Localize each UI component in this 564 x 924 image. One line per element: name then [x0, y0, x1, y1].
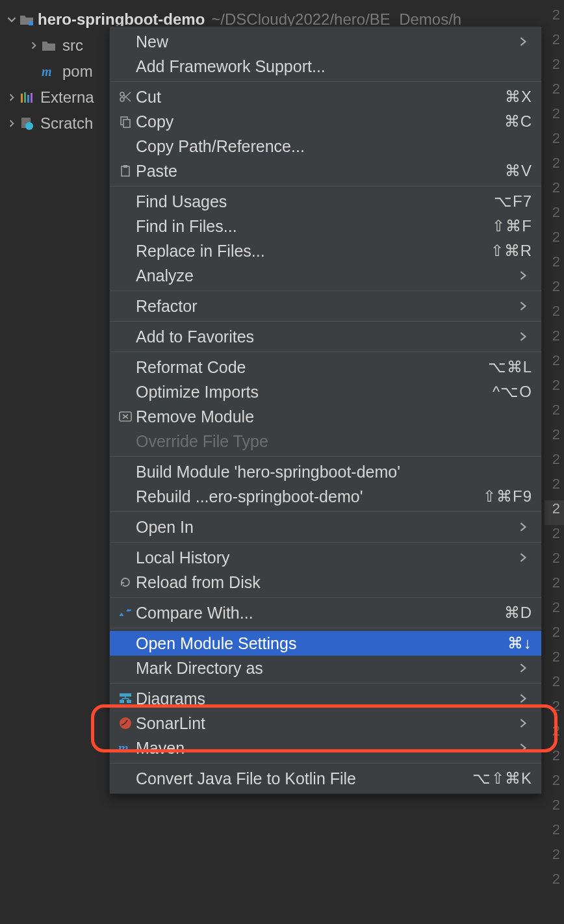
line-number: 2 — [545, 426, 564, 451]
menu-item-paste[interactable]: Paste⌘V — [110, 159, 541, 183]
line-number: 2 — [545, 179, 564, 204]
menu-separator — [110, 683, 541, 684]
menu-item-label: Add to Favorites — [136, 327, 519, 346]
sonar-icon — [115, 715, 136, 732]
menu-item-shortcut: ⌘C — [504, 112, 532, 131]
menu-item-cut[interactable]: Cut⌘X — [110, 84, 541, 109]
menu-item-sonarlint[interactable]: SonarLint — [110, 711, 541, 736]
menu-item-label: Replace in Files... — [136, 242, 491, 261]
menu-item-label: Maven — [136, 739, 519, 758]
line-number: 2 — [545, 797, 564, 821]
menu-item-shortcut: ^⌥O — [493, 383, 532, 401]
menu-item-copy[interactable]: Copy⌘C — [110, 109, 541, 134]
blank-icon — [115, 58, 136, 75]
menu-item-open-in[interactable]: Open In — [110, 515, 541, 539]
menu-item-label: Mark Directory as — [136, 659, 519, 678]
chevron-right-icon — [5, 120, 18, 127]
menu-item-convert-java-file-to-kotlin-file[interactable]: Convert Java File to Kotlin File⌥⇧⌘K — [110, 766, 541, 791]
blank-icon — [115, 267, 136, 284]
module-folder-icon — [19, 12, 34, 27]
menu-item-replace-in-files[interactable]: Replace in Files...⇧⌘R — [110, 238, 541, 263]
line-number: 2 — [545, 303, 564, 327]
menu-item-analyze[interactable]: Analyze — [110, 263, 541, 288]
menu-separator — [110, 321, 541, 322]
menu-item-copy-path-reference[interactable]: Copy Path/Reference... — [110, 134, 541, 159]
chevron-right-icon — [519, 719, 532, 728]
line-number: 2 — [545, 525, 564, 550]
delete-box-icon — [115, 408, 136, 425]
folder-icon — [42, 38, 56, 53]
line-number: 2 — [545, 377, 564, 402]
chevron-right-icon — [519, 37, 532, 46]
line-number: 2 — [545, 772, 564, 797]
line-number: 2 — [545, 327, 564, 352]
menu-item-maven[interactable]: mMaven — [110, 736, 541, 760]
line-number: 2 — [545, 451, 564, 476]
line-number: 2 — [545, 229, 564, 253]
menu-item-reformat-code[interactable]: Reformat Code⌥⌘L — [110, 355, 541, 379]
menu-item-shortcut: ⌥F7 — [494, 192, 532, 211]
chevron-right-icon — [519, 302, 532, 311]
menu-item-shortcut: ⌘↓ — [507, 634, 532, 652]
tree-item-label: Scratch — [40, 114, 93, 133]
menu-item-label: Refactor — [136, 297, 519, 316]
menu-item-find-usages[interactable]: Find Usages⌥F7 — [110, 189, 541, 214]
menu-item-rebuild-ero-springboot-demo[interactable]: Rebuild ...ero-springboot-demo'⇧⌘F9 — [110, 484, 541, 509]
menu-item-remove-module[interactable]: Remove Module — [110, 404, 541, 429]
menu-item-diagrams[interactable]: Diagrams — [110, 686, 541, 711]
menu-item-open-module-settings[interactable]: Open Module Settings⌘↓ — [110, 631, 541, 656]
tree-item-label: pom — [62, 62, 93, 81]
editor-gutter: 222222222222222222222222222222222222 — [545, 6, 564, 895]
line-number: 2 — [545, 6, 564, 31]
menu-item-label: Open Module Settings — [136, 634, 507, 653]
menu-item-optimize-imports[interactable]: Optimize Imports^⌥O — [110, 379, 541, 404]
menu-item-label: Local History — [136, 548, 519, 567]
svg-rect-5 — [31, 93, 32, 103]
menu-item-shortcut: ⇧⌘F9 — [483, 487, 532, 506]
blank-icon — [115, 193, 136, 210]
tree-item-label: Externa — [40, 88, 94, 107]
line-number: 2 — [545, 821, 564, 846]
svg-text:m: m — [118, 741, 129, 754]
menu-item-add-to-favorites[interactable]: Add to Favorites — [110, 324, 541, 349]
menu-item-compare-with[interactable]: Compare With...⌘D — [110, 600, 541, 625]
menu-separator — [110, 456, 541, 457]
line-number: 2 — [545, 723, 564, 747]
line-number: 2 — [545, 599, 564, 624]
menu-item-find-in-files[interactable]: Find in Files...⇧⌘F — [110, 214, 541, 238]
menu-item-new[interactable]: New — [110, 29, 541, 54]
svg-rect-12 — [122, 166, 129, 176]
svg-rect-0 — [29, 21, 33, 25]
menu-item-label: Reload from Disk — [136, 573, 532, 592]
diagram-icon — [115, 690, 136, 707]
menu-item-shortcut: ⌘D — [504, 604, 532, 622]
menu-item-label: Copy — [136, 112, 504, 131]
line-number: 2 — [545, 31, 564, 56]
menu-item-build-module-hero-springboot-demo[interactable]: Build Module 'hero-springboot-demo' — [110, 459, 541, 484]
svg-rect-2 — [21, 94, 23, 103]
line-number: 2 — [545, 476, 564, 500]
svg-rect-15 — [120, 693, 131, 697]
menu-item-local-history[interactable]: Local History — [110, 545, 541, 570]
menu-item-label: New — [136, 32, 519, 51]
menu-item-refactor[interactable]: Refactor — [110, 294, 541, 318]
context-menu[interactable]: NewAdd Framework Support...Cut⌘XCopy⌘CCo… — [109, 26, 542, 794]
menu-item-label: Cut — [136, 88, 505, 107]
menu-separator — [110, 186, 541, 186]
menu-item-label: Paste — [136, 162, 505, 181]
chevron-right-icon — [519, 743, 532, 752]
menu-item-shortcut: ⇧⌘F — [492, 217, 532, 235]
blank-icon — [115, 770, 136, 787]
chevron-right-icon — [519, 522, 532, 532]
menu-item-add-framework-support[interactable]: Add Framework Support... — [110, 54, 541, 79]
libraries-icon — [19, 90, 34, 105]
menu-item-reload-from-disk[interactable]: Reload from Disk — [110, 570, 541, 595]
line-number: 2 — [545, 574, 564, 599]
line-number: 2 — [545, 673, 564, 698]
menu-separator — [110, 542, 541, 543]
line-number: 2 — [545, 253, 564, 278]
svg-rect-11 — [123, 120, 130, 127]
line-number: 2 — [545, 81, 564, 105]
menu-item-mark-directory-as[interactable]: Mark Directory as — [110, 656, 541, 680]
blank-icon — [115, 383, 136, 400]
